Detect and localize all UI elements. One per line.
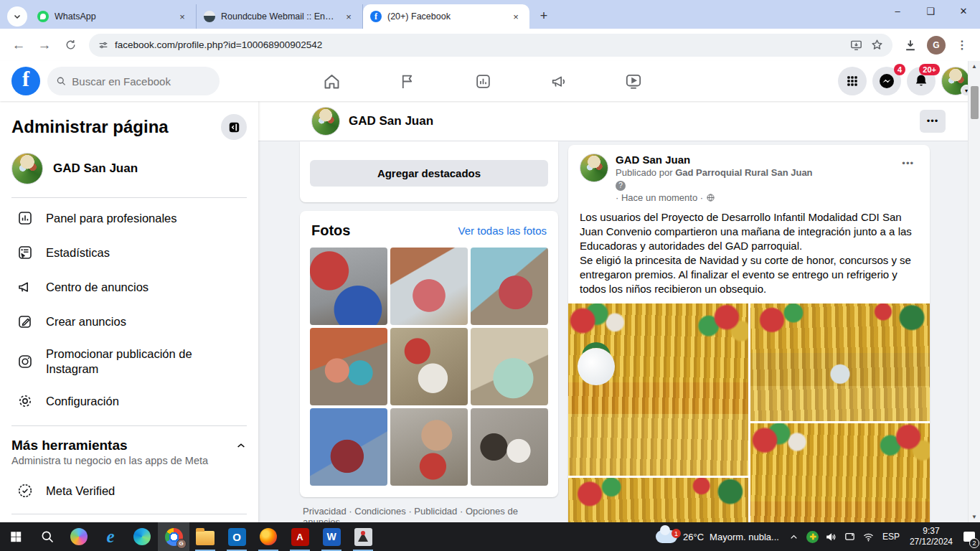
- close-window-button[interactable]: ✕: [947, 0, 980, 22]
- apps-menu-button[interactable]: [838, 67, 867, 95]
- sidebar-item-professional-dashboard[interactable]: Panel para profesionales: [11, 201, 247, 235]
- post-author-name[interactable]: GAD San Juan: [616, 154, 897, 166]
- photo-thumbnail[interactable]: [471, 328, 548, 405]
- sidebar-item-ads-center[interactable]: Centro de anuncios: [11, 270, 247, 304]
- reload-button[interactable]: [59, 34, 82, 57]
- bookmark-star-icon[interactable]: [870, 38, 884, 52]
- start-button[interactable]: [0, 522, 32, 551]
- clock[interactable]: 9:37 27/12/2024: [904, 526, 958, 547]
- page-avatar[interactable]: [311, 107, 340, 136]
- photo-thumbnail[interactable]: [310, 408, 387, 486]
- taskbar-chrome-button[interactable]: G: [158, 522, 189, 551]
- close-tab-icon[interactable]: ×: [509, 10, 522, 23]
- bell-icon: [913, 73, 929, 89]
- sidebar-item-boost-instagram[interactable]: Promocionar publicación de Instagram: [11, 339, 247, 384]
- taskbar-firefox-button[interactable]: [253, 522, 284, 551]
- post-timestamp[interactable]: · Hace un momento ·: [616, 192, 703, 203]
- photo-thumbnail[interactable]: [390, 328, 468, 405]
- close-tab-icon[interactable]: ×: [342, 10, 355, 23]
- collapse-sidebar-button[interactable]: [221, 114, 247, 140]
- post-author-avatar[interactable]: [580, 154, 608, 182]
- photo-thumbnail[interactable]: [471, 408, 548, 486]
- scroll-down-arrow[interactable]: ▼: [971, 512, 977, 522]
- tray-network-button[interactable]: [859, 525, 878, 548]
- taskbar-internet-explorer-button[interactable]: e: [95, 522, 126, 551]
- tray-volume-button[interactable]: [822, 525, 841, 548]
- tab-facebook[interactable]: f (20+) Facebook ×: [363, 4, 529, 29]
- nav-ads-tab[interactable]: [521, 61, 596, 101]
- account-menu-button[interactable]: ▾: [941, 67, 970, 95]
- tab-title: WhatsApp: [55, 11, 170, 22]
- outlook-icon: O: [228, 528, 246, 546]
- search-input[interactable]: [72, 75, 211, 88]
- downloads-button[interactable]: [900, 34, 921, 56]
- tray-antivirus-button[interactable]: ✚: [804, 525, 822, 548]
- nav-video-tab[interactable]: [596, 61, 672, 101]
- back-button[interactable]: ←: [7, 34, 30, 57]
- photo-thumbnail[interactable]: [310, 328, 387, 405]
- taskbar-acrobat-button[interactable]: A: [284, 522, 316, 551]
- taskbar-file-explorer-button[interactable]: [189, 522, 221, 551]
- post-photo[interactable]: [568, 303, 748, 476]
- nav-dashboard-tab[interactable]: [445, 61, 520, 101]
- scroll-up-arrow[interactable]: ▲: [971, 61, 977, 72]
- tray-display-button[interactable]: [841, 525, 859, 548]
- new-tab-button[interactable]: +: [534, 6, 554, 26]
- reload-icon: [65, 39, 77, 51]
- taskbar-java-button[interactable]: [347, 522, 379, 551]
- tray-expand-button[interactable]: [785, 525, 804, 548]
- sidebar-item-meta-verified[interactable]: Meta Verified: [11, 474, 247, 508]
- taskbar-search-button[interactable]: [32, 522, 63, 551]
- photo-thumbnail[interactable]: [471, 248, 548, 325]
- taskbar-outlook-button[interactable]: O: [221, 522, 253, 551]
- browser-menu-button[interactable]: ⋮: [951, 34, 973, 56]
- close-tab-icon[interactable]: ×: [176, 10, 189, 23]
- help-badge-icon[interactable]: ?: [616, 181, 626, 191]
- notifications-button[interactable]: 20+: [907, 67, 936, 95]
- browser-toolbar: ← → facebook.com/profile.php?id=10006890…: [0, 29, 980, 61]
- add-featured-button[interactable]: Agregar destacados: [310, 160, 548, 187]
- browser-profile-avatar[interactable]: G: [927, 36, 946, 55]
- weather-widget[interactable]: 1 26°C Mayorm. nubla...: [650, 530, 785, 543]
- photo-thumbnail[interactable]: [390, 408, 468, 486]
- tab-roundcube[interactable]: Roundcube Webmail :: Enviados ×: [197, 4, 363, 29]
- see-all-photos-link[interactable]: Ver todas las fotos: [458, 225, 547, 237]
- language-indicator[interactable]: ESP: [878, 532, 904, 542]
- minimize-button[interactable]: –: [881, 0, 914, 22]
- profile-left-column: Agregar destacados Fotos Ver todas las f…: [300, 141, 558, 536]
- sidebar-item-create-ads[interactable]: Crear anuncios: [11, 304, 247, 339]
- sidebar-page-link[interactable]: GAD San Juan: [11, 147, 247, 194]
- page-more-button[interactable]: •••: [920, 110, 946, 133]
- photo-thumbnail[interactable]: [390, 248, 468, 325]
- photo-thumbnail[interactable]: [310, 248, 387, 325]
- forward-button[interactable]: →: [33, 34, 56, 57]
- address-bar[interactable]: facebook.com/profile.php?id=100068900902…: [89, 34, 892, 57]
- download-icon: [903, 38, 918, 52]
- chevron-up-icon[interactable]: [235, 440, 247, 451]
- facebook-search[interactable]: [47, 67, 220, 95]
- post-photo[interactable]: [750, 303, 930, 421]
- publisher-name[interactable]: Gad Parroquial Rural San Juan: [675, 167, 812, 178]
- nav-pages-tab[interactable]: [369, 61, 445, 101]
- search-icon: [40, 529, 55, 544]
- site-info-icon[interactable]: [98, 39, 109, 51]
- taskbar-word-button[interactable]: W: [316, 522, 347, 551]
- flag-icon: [398, 72, 416, 90]
- facebook-logo[interactable]: f: [11, 67, 40, 95]
- taskbar-copilot-button[interactable]: [63, 522, 95, 551]
- messenger-button[interactable]: 4: [872, 67, 901, 95]
- post-more-button[interactable]: •••: [897, 154, 918, 203]
- sidebar-item-settings[interactable]: Configuración: [11, 384, 247, 418]
- action-center-button[interactable]: 2: [958, 522, 980, 551]
- scrollbar-thumb[interactable]: [971, 86, 979, 119]
- taskbar-edge-button[interactable]: [126, 522, 158, 551]
- sidebar-item-insights[interactable]: Estadísticas: [11, 235, 247, 270]
- page-scrollbar[interactable]: ▲ ▼: [968, 61, 980, 522]
- gear-icon: [16, 392, 34, 410]
- nav-home-tab[interactable]: [294, 61, 369, 101]
- tab-search-caret[interactable]: [7, 6, 27, 27]
- maximize-button[interactable]: ❑: [914, 0, 947, 22]
- window-controls: – ❑ ✕: [881, 0, 980, 22]
- tab-whatsapp[interactable]: WhatsApp ×: [30, 4, 197, 29]
- install-icon[interactable]: [849, 38, 863, 52]
